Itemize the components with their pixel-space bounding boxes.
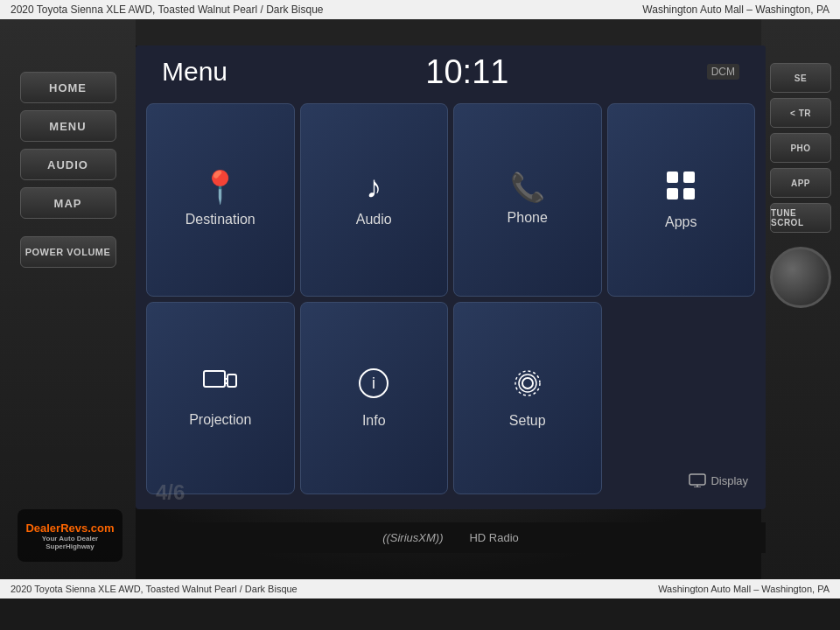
svg-rect-1 xyxy=(683,172,695,183)
display-label: Display xyxy=(710,474,748,487)
phone-label: Phone xyxy=(508,210,548,226)
phone-menu-button[interactable]: 📞 Phone xyxy=(453,103,602,297)
apps-label: Apps xyxy=(665,214,696,230)
svg-text:i: i xyxy=(372,374,375,392)
apps-icon xyxy=(665,170,696,206)
display-area: Display xyxy=(607,302,756,495)
dealer-logo-name: DealerRevs.com xyxy=(25,522,114,535)
apps-menu-button[interactable]: Apps xyxy=(607,103,756,297)
setup-label: Setup xyxy=(509,413,546,429)
audio-icon: ♪ xyxy=(366,172,382,203)
audio-label: Audio xyxy=(356,212,392,228)
track-button[interactable]: < TR xyxy=(770,98,831,128)
top-bar: 2020 Toyota Sienna XLE AWD, Toasted Waln… xyxy=(0,0,840,19)
hd-radio-label: HD Radio xyxy=(469,531,518,544)
bottom-bar-left: 2020 Toyota Sienna XLE AWD, Toasted Waln… xyxy=(10,584,298,594)
top-bar-left: 2020 Toyota Sienna XLE AWD, Toasted Waln… xyxy=(10,4,324,16)
screen-header: Menu 10:11 DCM xyxy=(136,46,766,98)
power-volume-button[interactable]: POWER VOLUME xyxy=(20,236,116,268)
app-button[interactable]: APP xyxy=(770,168,831,198)
dcm-icon: DCM xyxy=(707,64,739,80)
infotainment-screen: Menu 10:11 DCM 📍 Destination ♪ Audio 📞 P… xyxy=(136,46,766,509)
home-button[interactable]: HOME xyxy=(20,72,116,103)
tune-knob[interactable] xyxy=(770,247,831,308)
svg-point-10 xyxy=(522,378,533,388)
svg-rect-13 xyxy=(690,474,705,485)
dealer-logo: DealerRevs.com Your Auto Dealer SuperHig… xyxy=(18,509,122,562)
projection-button[interactable]: Projection xyxy=(146,302,295,495)
info-label: Info xyxy=(362,413,386,429)
left-panel: HOME MENU AUDIO MAP POWER VOLUME xyxy=(0,19,136,579)
screen-title: Menu xyxy=(162,57,228,87)
screen-footer: ((SiriusXM)) HD Radio xyxy=(136,522,766,553)
projection-label: Projection xyxy=(189,412,251,428)
menu-grid: 📍 Destination ♪ Audio 📞 Phone xyxy=(136,98,766,505)
tune-scroll-button[interactable]: TUNE SCROL xyxy=(770,203,831,233)
destination-button[interactable]: 📍 Destination xyxy=(146,103,295,297)
display-button[interactable]: Display xyxy=(689,473,748,487)
right-panel: SE < TR PHO APP TUNE SCROL xyxy=(761,19,840,579)
dealer-logo-tagline: Your Auto Dealer SuperHighway xyxy=(18,535,122,550)
destination-label: Destination xyxy=(186,212,256,228)
svg-rect-5 xyxy=(228,374,236,387)
info-button[interactable]: i Info xyxy=(300,302,449,495)
top-bar-right: Washington Auto Mall – Washington, PA xyxy=(642,4,830,16)
audio-button[interactable]: AUDIO xyxy=(20,149,116,180)
menu-button[interactable]: MENU xyxy=(20,110,116,142)
screen-time: 10:11 xyxy=(425,53,508,91)
car-display-area: ▲ ⏭ HOME MENU AUDIO MAP POWER VOLUME SE … xyxy=(0,19,840,579)
phone-icon: 📞 xyxy=(510,173,545,201)
info-icon: i xyxy=(358,368,389,404)
map-button[interactable]: MAP xyxy=(20,187,116,219)
destination-icon: 📍 xyxy=(200,172,240,203)
bottom-bar: 2020 Toyota Sienna XLE AWD, Toasted Waln… xyxy=(0,579,840,598)
svg-rect-4 xyxy=(204,371,225,387)
siriusxm-label: ((SiriusXM)) xyxy=(382,531,443,544)
svg-rect-3 xyxy=(683,188,695,200)
audio-menu-button[interactable]: ♪ Audio xyxy=(300,103,449,297)
svg-rect-0 xyxy=(667,172,678,183)
setup-button[interactable]: Setup xyxy=(453,302,602,495)
se-button[interactable]: SE xyxy=(770,63,831,93)
bottom-bar-right: Washington Auto Mall – Washington, PA xyxy=(658,584,830,594)
svg-rect-2 xyxy=(667,188,678,200)
setup-icon xyxy=(512,368,543,404)
phone-button[interactable]: PHO xyxy=(770,133,831,163)
screen-status-icons: DCM xyxy=(707,64,739,80)
projection-icon xyxy=(203,368,238,403)
